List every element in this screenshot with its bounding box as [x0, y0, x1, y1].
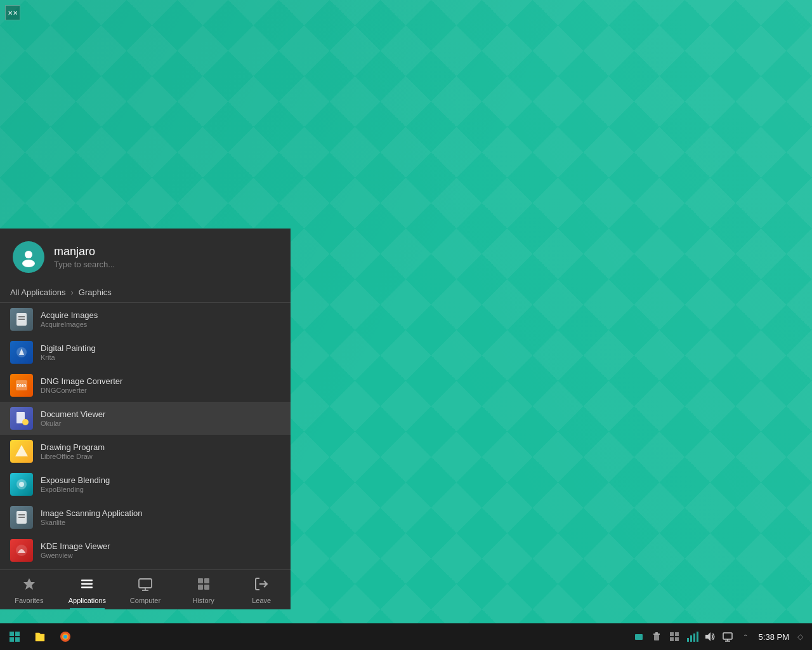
- svg-rect-35: [15, 632, 20, 636]
- app-list-item[interactable]: Exposure BlendingExpoBlending: [0, 468, 291, 501]
- nav-item-computer[interactable]: Computer: [116, 570, 174, 609]
- tray-expand-icon[interactable]: ⌃: [738, 630, 752, 644]
- svg-rect-31: [198, 585, 203, 590]
- svg-rect-23: [81, 580, 93, 581]
- app-list-item[interactable]: Drawing ProgramLibreOffice Draw: [0, 435, 291, 468]
- app-exec: Skanlite: [41, 519, 142, 526]
- svg-rect-50: [690, 635, 692, 642]
- svg-marker-53: [705, 632, 710, 641]
- tray-display-icon[interactable]: [721, 630, 735, 644]
- app-icon: [10, 539, 33, 562]
- tray-network-icon[interactable]: [632, 630, 646, 644]
- app-exec: Okular: [41, 420, 105, 427]
- applications-icon: [79, 576, 95, 594]
- tray-resize-icon[interactable]: ◇: [793, 630, 807, 644]
- taskbar-start-button[interactable]: [3, 625, 27, 649]
- app-name: Document Viewer: [41, 409, 105, 419]
- taskbar-files-button[interactable]: [28, 625, 52, 649]
- nav-item-favorites[interactable]: Favorites: [0, 570, 58, 609]
- taskbar-left: [0, 625, 77, 649]
- tray-finance-icon[interactable]: [685, 630, 699, 644]
- app-list-item[interactable]: Document ViewerOkular: [0, 402, 291, 435]
- leave-icon: [254, 576, 269, 594]
- app-icon: [10, 407, 33, 430]
- breadcrumb-current: Graphics: [79, 288, 112, 297]
- svg-rect-42: [654, 635, 659, 640]
- app-list-item[interactable]: Digital PaintingKrita: [0, 336, 291, 369]
- svg-rect-30: [204, 578, 209, 583]
- app-exec: Gwenview: [41, 552, 110, 559]
- app-exec: Krita: [41, 354, 96, 361]
- svg-marker-22: [23, 578, 35, 590]
- svg-rect-26: [139, 579, 152, 588]
- nav-label-applications: Applications: [69, 597, 106, 604]
- app-name: Acquire Images: [41, 310, 98, 320]
- svg-rect-47: [670, 637, 674, 641]
- nav-item-history[interactable]: History: [174, 570, 233, 609]
- svg-point-0: [25, 251, 32, 258]
- svg-rect-43: [653, 633, 660, 635]
- app-list: Acquire ImagesAcquireImagesDigital Paint…: [0, 303, 291, 569]
- svg-rect-41: [635, 634, 643, 640]
- desktop: ✕ manjaro Type to search... All Applicat…: [0, 0, 812, 650]
- app-icon: [10, 506, 33, 529]
- svg-rect-29: [198, 578, 203, 583]
- menu-header: manjaro Type to search...: [0, 229, 291, 282]
- app-icon: [10, 341, 33, 364]
- svg-point-40: [63, 635, 67, 639]
- app-exec: DNGConverter: [41, 387, 122, 394]
- app-name: KDE Image Viewer: [41, 541, 110, 551]
- taskbar-firefox-button[interactable]: [53, 625, 77, 649]
- svg-rect-51: [693, 633, 695, 642]
- favorites-icon: [22, 576, 37, 594]
- tray-trash-icon[interactable]: [650, 630, 664, 644]
- history-icon: [196, 576, 211, 594]
- svg-rect-24: [81, 583, 93, 585]
- app-icon: [10, 308, 33, 331]
- taskbar-right: ⌃ 5:38 PM ◇: [632, 630, 812, 644]
- taskbar: ⌃ 5:38 PM ◇: [0, 623, 812, 650]
- svg-rect-48: [675, 637, 679, 641]
- search-field[interactable]: Type to search...: [54, 260, 115, 269]
- app-name: Drawing Program: [41, 442, 105, 452]
- tray-volume-icon[interactable]: [703, 630, 717, 644]
- svg-rect-49: [687, 638, 689, 642]
- nav-label-favorites: Favorites: [15, 597, 43, 604]
- app-list-item[interactable]: KDE Image ViewerGwenview: [0, 534, 291, 567]
- svg-rect-54: [723, 633, 732, 639]
- svg-marker-10: [15, 445, 28, 456]
- app-list-item[interactable]: DNGDNG Image ConverterDNGConverter: [0, 369, 291, 402]
- app-icon: [10, 440, 33, 463]
- app-menu: manjaro Type to search... All Applicatio…: [0, 229, 291, 609]
- top-left-close-icon[interactable]: ✕: [5, 5, 20, 20]
- app-icon: DNG: [10, 374, 33, 397]
- bottom-nav: FavoritesApplicationsComputerHistoryLeav…: [0, 569, 291, 609]
- app-exec: LibreOffice Draw: [41, 453, 105, 460]
- svg-rect-37: [15, 637, 20, 642]
- svg-rect-44: [655, 632, 658, 633]
- svg-rect-32: [204, 585, 209, 590]
- breadcrumb-all-apps[interactable]: All Applications: [10, 288, 65, 297]
- app-list-item[interactable]: Image Scanning ApplicationSkanlite: [0, 501, 291, 534]
- app-name: Image Scanning Application: [41, 508, 142, 518]
- svg-point-12: [19, 482, 24, 487]
- svg-rect-46: [675, 632, 679, 636]
- nav-label-leave: Leave: [252, 597, 271, 604]
- svg-rect-45: [670, 632, 674, 636]
- clock[interactable]: 5:38 PM: [759, 632, 789, 642]
- tray-package-icon[interactable]: [667, 630, 681, 644]
- computer-icon: [138, 576, 153, 594]
- breadcrumb: All Applications › Graphics: [0, 282, 291, 303]
- nav-label-computer: Computer: [130, 597, 160, 604]
- app-name: Digital Painting: [41, 343, 96, 353]
- app-name: DNG Image Converter: [41, 376, 122, 386]
- breadcrumb-arrow-icon: ›: [70, 288, 73, 297]
- app-list-item[interactable]: Acquire ImagesAcquireImages: [0, 303, 291, 336]
- svg-text:DNG: DNG: [16, 383, 27, 388]
- app-name: Exposure Blending: [41, 475, 110, 485]
- svg-rect-36: [10, 637, 14, 642]
- svg-rect-52: [697, 632, 698, 642]
- svg-rect-25: [81, 587, 93, 588]
- nav-item-applications[interactable]: Applications: [58, 570, 117, 609]
- nav-item-leave[interactable]: Leave: [232, 570, 291, 609]
